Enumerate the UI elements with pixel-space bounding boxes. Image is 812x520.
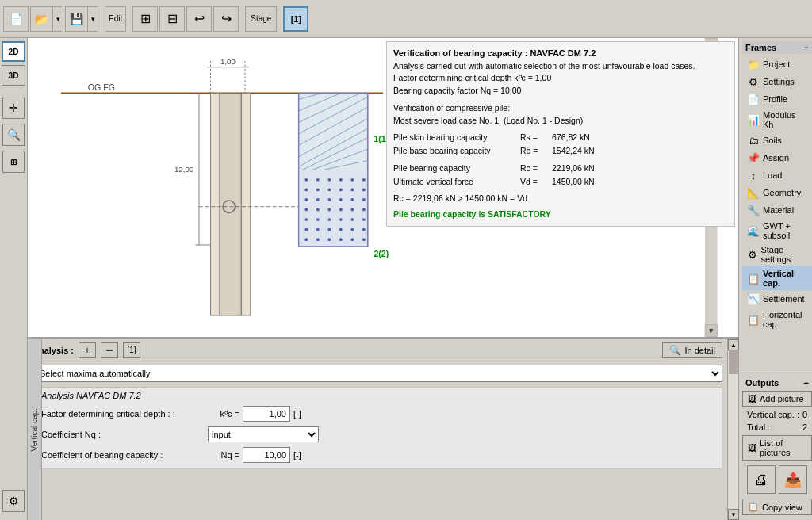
svg-point-50 — [339, 218, 343, 221]
svg-point-41 — [304, 208, 308, 212]
assign-icon: 📌 — [747, 151, 760, 164]
svg-point-28 — [362, 178, 366, 182]
analysis-select[interactable]: Select maxima automatically — [33, 365, 722, 382]
left-panel: 2D 3D ✛ 🔍 ⊞ ⚙ — [0, 38, 28, 520]
open-button[interactable]: 📂 — [30, 6, 52, 32]
bearing2-sym: Rb = — [520, 145, 552, 158]
frames-label: Frames — [745, 43, 776, 52]
vert-text: Vertical cap. — [30, 408, 39, 451]
svg-point-36 — [316, 198, 320, 201]
frames-minus[interactable]: − — [804, 43, 809, 52]
svg-point-29 — [304, 188, 308, 191]
vertical-cap-output-row: Vertical cap. : 0 — [742, 408, 812, 421]
select-tool[interactable]: ⊞ — [2, 151, 25, 173]
view-3d-button[interactable]: 3D — [2, 65, 25, 86]
move-tool[interactable]: ✛ — [2, 97, 25, 119]
center-area: OG FG 1,00 — [28, 38, 738, 520]
sidebar-item-geometry[interactable]: 📐 Geometry — [742, 184, 812, 201]
sidebar-item-vertical-cap[interactable]: 📋 Vertical cap. — [742, 266, 812, 290]
svg-point-32 — [339, 188, 343, 191]
svg-point-52 — [362, 218, 366, 221]
svg-point-35 — [304, 198, 308, 201]
svg-point-58 — [362, 228, 366, 231]
analysis-num-button[interactable]: [1] — [123, 342, 140, 358]
info-section-title: Verification of compressive pile: — [393, 102, 728, 115]
sidebar-item-load-label: Load — [763, 170, 782, 180]
outputs-section: Outputs − 🖼 Add picture Vertical cap. : … — [739, 373, 812, 520]
settings-tool[interactable]: ⚙ — [2, 490, 25, 512]
svg-point-47 — [304, 218, 308, 221]
in-detail-button[interactable]: 🔍 In detail — [662, 342, 722, 358]
list-pictures-button[interactable]: 🖼 List of pictures — [742, 435, 812, 461]
sidebar-item-settlement[interactable]: 📉 Settlement — [742, 290, 812, 308]
sidebar-item-vertical-cap-label: Vertical cap. — [763, 269, 807, 288]
sidebar-item-soils[interactable]: 🗂 Soils — [742, 132, 812, 149]
vertical-cap-output-label: Vertical cap. : — [747, 410, 799, 419]
sidebar-item-horizontal-cap[interactable]: 📋 Horizontal cap. — [742, 308, 812, 331]
row2-select[interactable]: input — [208, 426, 319, 442]
frames-section: Frames − 📁 Project ⚙ Settings 📄 Profile … — [739, 38, 812, 335]
drawing-area: OG FG 1,00 — [28, 38, 738, 338]
export-button[interactable]: 📤 — [779, 465, 807, 494]
add-picture-button[interactable]: 🖼 Add picture — [742, 391, 812, 407]
sidebar-item-project[interactable]: 📁 Project — [742, 55, 812, 73]
svg-point-60 — [316, 238, 320, 241]
svg-point-25 — [327, 178, 331, 182]
outputs-minus[interactable]: − — [804, 378, 809, 388]
print-button[interactable]: 🖨 — [747, 465, 776, 494]
undo-button[interactable]: ↩ — [186, 6, 212, 32]
sidebar-item-settings[interactable]: ⚙ Settings — [742, 73, 812, 90]
edit-button[interactable]: Edit — [105, 6, 126, 32]
bearing3-val: 2219,06 kN — [552, 162, 631, 175]
svg-text:2(2): 2(2) — [373, 249, 389, 258]
copy-view-button[interactable]: 📋 Copy view — [742, 499, 812, 515]
bearing2-label: Pile base bearing capacity — [393, 145, 520, 158]
paste-button[interactable]: ⊟ — [159, 6, 185, 32]
project-icon: 📁 — [747, 58, 760, 71]
info-line3: Bearing capacity factor Nq = 10,00 — [393, 85, 728, 98]
info-panel: Verification of bearing capacity : NAVFA… — [386, 41, 735, 227]
save-button[interactable]: 💾 — [65, 6, 87, 32]
frames-header: Frames − — [742, 41, 812, 54]
info-section-line1: Most severe load case No. 1. (Load No. 1… — [393, 115, 728, 128]
force-val: 1450,00 kN — [552, 176, 631, 189]
geometry-icon: 📐 — [747, 186, 760, 199]
new-button[interactable]: 📄 — [3, 6, 29, 32]
scroll-up[interactable]: ▲ — [728, 339, 739, 350]
row3-input[interactable] — [243, 447, 290, 463]
zoom-tool[interactable]: 🔍 — [2, 124, 25, 146]
save-arrow[interactable]: ▾ — [87, 6, 98, 32]
view-2d-button[interactable]: 2D — [2, 41, 25, 62]
analysis-vertical-label: Vertical cap. — [28, 339, 42, 520]
step1-button[interactable]: [1] — [283, 6, 308, 32]
total-output-row: Total : 2 — [742, 421, 812, 434]
sidebar-item-modulus[interactable]: 📊 Modulus Kh — [742, 108, 812, 132]
outputs-label: Outputs — [745, 378, 779, 388]
svg-rect-8 — [241, 94, 251, 315]
force-sym: Vd = — [520, 176, 552, 189]
redo-button[interactable]: ↪ — [213, 6, 239, 32]
sidebar-item-stage-settings[interactable]: ⚙ Stage settings — [742, 243, 812, 266]
scroll-down[interactable]: ▼ — [728, 509, 739, 520]
sidebar-item-gwt[interactable]: 🌊 GWT + subsoil — [742, 219, 812, 243]
open-arrow[interactable]: ▾ — [52, 6, 63, 32]
info-equation: Rc = 2219,06 kN > 1450,00 kN = Vd — [393, 193, 728, 205]
svg-point-59 — [304, 238, 308, 241]
outputs-header: Outputs − — [742, 377, 812, 389]
output-actions: 🖨 📤 — [742, 462, 812, 497]
sidebar-item-load[interactable]: ↕ Load — [742, 166, 812, 184]
copy-button[interactable]: ⊞ — [132, 6, 158, 32]
sidebar-item-material[interactable]: 🔧 Material — [742, 201, 812, 219]
analysis-remove-button[interactable]: − — [101, 342, 118, 358]
scroll-thumb[interactable] — [729, 350, 738, 374]
row1-label: Factor determining critical depth : : — [41, 409, 200, 419]
force-label: Ultimate vertical force — [393, 176, 520, 189]
sidebar-item-profile[interactable]: 📄 Profile — [742, 90, 812, 108]
analysis-main: Analysis : + − [1] 🔍 In detail Select ma… — [28, 339, 727, 520]
analysis-add-button[interactable]: + — [79, 342, 96, 358]
stage-button[interactable]: Stage — [245, 6, 277, 32]
svg-text:OG FG: OG FG — [88, 82, 115, 92]
sidebar-item-assign[interactable]: 📌 Assign — [742, 149, 812, 166]
bearing3-label: Pile bearing capacity — [393, 162, 520, 175]
row1-input[interactable] — [243, 406, 290, 422]
